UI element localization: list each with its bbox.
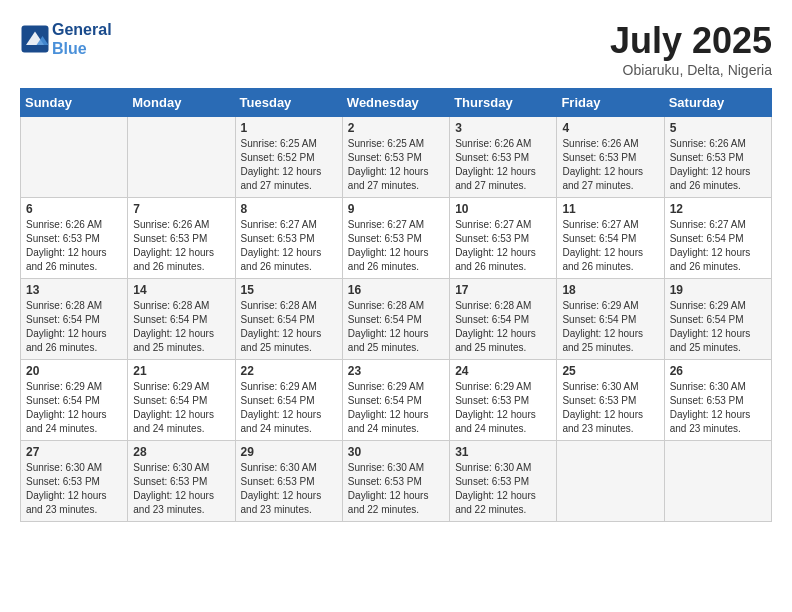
calendar-cell: 17Sunrise: 6:28 AM Sunset: 6:54 PM Dayli… (450, 279, 557, 360)
calendar-cell: 16Sunrise: 6:28 AM Sunset: 6:54 PM Dayli… (342, 279, 449, 360)
day-info: Sunrise: 6:28 AM Sunset: 6:54 PM Dayligh… (455, 299, 551, 355)
calendar-week-row: 27Sunrise: 6:30 AM Sunset: 6:53 PM Dayli… (21, 441, 772, 522)
weekday-header-sunday: Sunday (21, 89, 128, 117)
calendar-cell: 12Sunrise: 6:27 AM Sunset: 6:54 PM Dayli… (664, 198, 771, 279)
calendar-week-row: 6Sunrise: 6:26 AM Sunset: 6:53 PM Daylig… (21, 198, 772, 279)
day-info: Sunrise: 6:26 AM Sunset: 6:53 PM Dayligh… (133, 218, 229, 274)
calendar-cell: 20Sunrise: 6:29 AM Sunset: 6:54 PM Dayli… (21, 360, 128, 441)
calendar-table: SundayMondayTuesdayWednesdayThursdayFrid… (20, 88, 772, 522)
day-info: Sunrise: 6:27 AM Sunset: 6:53 PM Dayligh… (241, 218, 337, 274)
day-info: Sunrise: 6:25 AM Sunset: 6:53 PM Dayligh… (348, 137, 444, 193)
logo: General Blue (20, 20, 112, 58)
calendar-cell: 29Sunrise: 6:30 AM Sunset: 6:53 PM Dayli… (235, 441, 342, 522)
day-number: 17 (455, 283, 551, 297)
month-title: July 2025 (610, 20, 772, 62)
day-number: 2 (348, 121, 444, 135)
calendar-cell: 22Sunrise: 6:29 AM Sunset: 6:54 PM Dayli… (235, 360, 342, 441)
day-number: 22 (241, 364, 337, 378)
calendar-cell (664, 441, 771, 522)
calendar-cell: 14Sunrise: 6:28 AM Sunset: 6:54 PM Dayli… (128, 279, 235, 360)
weekday-header-wednesday: Wednesday (342, 89, 449, 117)
calendar-cell: 13Sunrise: 6:28 AM Sunset: 6:54 PM Dayli… (21, 279, 128, 360)
logo-text: General Blue (52, 20, 112, 58)
day-info: Sunrise: 6:26 AM Sunset: 6:53 PM Dayligh… (455, 137, 551, 193)
calendar-cell: 24Sunrise: 6:29 AM Sunset: 6:53 PM Dayli… (450, 360, 557, 441)
day-info: Sunrise: 6:30 AM Sunset: 6:53 PM Dayligh… (670, 380, 766, 436)
day-info: Sunrise: 6:28 AM Sunset: 6:54 PM Dayligh… (133, 299, 229, 355)
day-number: 14 (133, 283, 229, 297)
day-number: 20 (26, 364, 122, 378)
calendar-cell: 25Sunrise: 6:30 AM Sunset: 6:53 PM Dayli… (557, 360, 664, 441)
day-info: Sunrise: 6:27 AM Sunset: 6:54 PM Dayligh… (562, 218, 658, 274)
day-number: 16 (348, 283, 444, 297)
day-number: 28 (133, 445, 229, 459)
day-number: 30 (348, 445, 444, 459)
calendar-cell: 21Sunrise: 6:29 AM Sunset: 6:54 PM Dayli… (128, 360, 235, 441)
weekday-row: SundayMondayTuesdayWednesdayThursdayFrid… (21, 89, 772, 117)
day-info: Sunrise: 6:28 AM Sunset: 6:54 PM Dayligh… (26, 299, 122, 355)
title-block: July 2025 Obiaruku, Delta, Nigeria (610, 20, 772, 78)
day-number: 21 (133, 364, 229, 378)
calendar-week-row: 1Sunrise: 6:25 AM Sunset: 6:52 PM Daylig… (21, 117, 772, 198)
day-info: Sunrise: 6:29 AM Sunset: 6:54 PM Dayligh… (348, 380, 444, 436)
day-info: Sunrise: 6:29 AM Sunset: 6:54 PM Dayligh… (241, 380, 337, 436)
day-number: 23 (348, 364, 444, 378)
day-info: Sunrise: 6:29 AM Sunset: 6:54 PM Dayligh… (562, 299, 658, 355)
weekday-header-thursday: Thursday (450, 89, 557, 117)
weekday-header-monday: Monday (128, 89, 235, 117)
day-info: Sunrise: 6:26 AM Sunset: 6:53 PM Dayligh… (26, 218, 122, 274)
calendar-cell: 18Sunrise: 6:29 AM Sunset: 6:54 PM Dayli… (557, 279, 664, 360)
logo-icon (20, 24, 50, 54)
calendar-cell: 15Sunrise: 6:28 AM Sunset: 6:54 PM Dayli… (235, 279, 342, 360)
day-info: Sunrise: 6:26 AM Sunset: 6:53 PM Dayligh… (670, 137, 766, 193)
day-number: 3 (455, 121, 551, 135)
calendar-cell (128, 117, 235, 198)
day-number: 12 (670, 202, 766, 216)
day-info: Sunrise: 6:29 AM Sunset: 6:53 PM Dayligh… (455, 380, 551, 436)
day-info: Sunrise: 6:28 AM Sunset: 6:54 PM Dayligh… (348, 299, 444, 355)
calendar-header: SundayMondayTuesdayWednesdayThursdayFrid… (21, 89, 772, 117)
day-number: 5 (670, 121, 766, 135)
day-number: 4 (562, 121, 658, 135)
day-number: 8 (241, 202, 337, 216)
calendar-cell: 23Sunrise: 6:29 AM Sunset: 6:54 PM Dayli… (342, 360, 449, 441)
calendar-cell: 3Sunrise: 6:26 AM Sunset: 6:53 PM Daylig… (450, 117, 557, 198)
day-info: Sunrise: 6:29 AM Sunset: 6:54 PM Dayligh… (133, 380, 229, 436)
day-info: Sunrise: 6:29 AM Sunset: 6:54 PM Dayligh… (670, 299, 766, 355)
day-number: 9 (348, 202, 444, 216)
day-info: Sunrise: 6:27 AM Sunset: 6:54 PM Dayligh… (670, 218, 766, 274)
day-number: 11 (562, 202, 658, 216)
day-number: 6 (26, 202, 122, 216)
calendar-cell: 8Sunrise: 6:27 AM Sunset: 6:53 PM Daylig… (235, 198, 342, 279)
calendar-cell: 31Sunrise: 6:30 AM Sunset: 6:53 PM Dayli… (450, 441, 557, 522)
calendar-cell: 19Sunrise: 6:29 AM Sunset: 6:54 PM Dayli… (664, 279, 771, 360)
calendar-cell: 26Sunrise: 6:30 AM Sunset: 6:53 PM Dayli… (664, 360, 771, 441)
calendar-cell: 6Sunrise: 6:26 AM Sunset: 6:53 PM Daylig… (21, 198, 128, 279)
day-number: 24 (455, 364, 551, 378)
calendar-cell (557, 441, 664, 522)
day-info: Sunrise: 6:30 AM Sunset: 6:53 PM Dayligh… (133, 461, 229, 517)
calendar-cell (21, 117, 128, 198)
day-number: 10 (455, 202, 551, 216)
calendar-cell: 28Sunrise: 6:30 AM Sunset: 6:53 PM Dayli… (128, 441, 235, 522)
calendar-cell: 5Sunrise: 6:26 AM Sunset: 6:53 PM Daylig… (664, 117, 771, 198)
calendar-cell: 9Sunrise: 6:27 AM Sunset: 6:53 PM Daylig… (342, 198, 449, 279)
day-number: 13 (26, 283, 122, 297)
page-header: General Blue July 2025 Obiaruku, Delta, … (20, 20, 772, 78)
weekday-header-saturday: Saturday (664, 89, 771, 117)
day-number: 29 (241, 445, 337, 459)
day-info: Sunrise: 6:26 AM Sunset: 6:53 PM Dayligh… (562, 137, 658, 193)
location: Obiaruku, Delta, Nigeria (610, 62, 772, 78)
calendar-body: 1Sunrise: 6:25 AM Sunset: 6:52 PM Daylig… (21, 117, 772, 522)
day-info: Sunrise: 6:25 AM Sunset: 6:52 PM Dayligh… (241, 137, 337, 193)
day-info: Sunrise: 6:30 AM Sunset: 6:53 PM Dayligh… (562, 380, 658, 436)
day-number: 19 (670, 283, 766, 297)
calendar-cell: 7Sunrise: 6:26 AM Sunset: 6:53 PM Daylig… (128, 198, 235, 279)
day-info: Sunrise: 6:30 AM Sunset: 6:53 PM Dayligh… (241, 461, 337, 517)
day-number: 25 (562, 364, 658, 378)
calendar-cell: 11Sunrise: 6:27 AM Sunset: 6:54 PM Dayli… (557, 198, 664, 279)
calendar-week-row: 20Sunrise: 6:29 AM Sunset: 6:54 PM Dayli… (21, 360, 772, 441)
day-number: 18 (562, 283, 658, 297)
weekday-header-friday: Friday (557, 89, 664, 117)
day-info: Sunrise: 6:27 AM Sunset: 6:53 PM Dayligh… (455, 218, 551, 274)
